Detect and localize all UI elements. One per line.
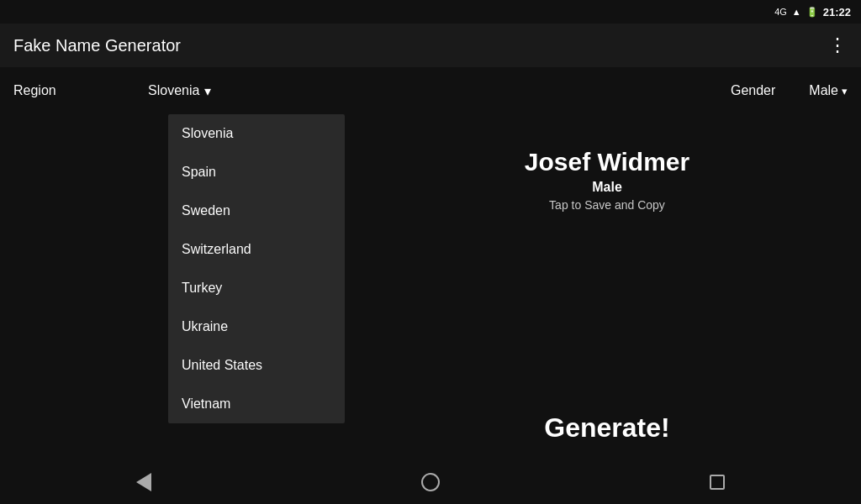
gender-selected-value: Male [809, 83, 838, 98]
recents-icon [710, 475, 725, 490]
dropdown-item-switzerland[interactable]: Switzerland [168, 230, 345, 269]
generate-button[interactable]: Generate! [544, 412, 669, 444]
time-display: 21:22 [823, 6, 851, 18]
dropdown-item-turkey[interactable]: Turkey [168, 269, 345, 307]
nav-home-button[interactable] [410, 462, 451, 502]
region-dropdown[interactable]: Slovenia ▾ [148, 83, 211, 99]
nav-bar [0, 460, 861, 504]
region-dropdown-list: Slovenia Spain Sweden Switzerland Turkey… [168, 114, 345, 423]
dropdown-item-spain[interactable]: Spain [168, 153, 345, 192]
app-bar: Fake Name Generator ⋮ [0, 24, 861, 67]
dropdown-item-slovenia[interactable]: Slovenia [168, 114, 345, 153]
dropdown-item-sweden[interactable]: Sweden [168, 192, 345, 230]
back-icon [136, 473, 151, 491]
region-label: Region [13, 83, 148, 98]
region-row: Region Slovenia ▾ Gender Male ▾ [0, 67, 861, 114]
generated-gender: Male [592, 180, 622, 195]
status-bar: 4G ▲ 🔋 21:22 [0, 0, 861, 24]
nav-recents-button[interactable] [697, 462, 737, 502]
region-selected-value: Slovenia [148, 83, 199, 98]
dropdown-item-ukraine[interactable]: Ukraine [168, 307, 345, 346]
dropdown-item-vietnam[interactable]: Vietnam [168, 385, 345, 423]
home-icon [421, 473, 440, 491]
generated-name: Josef Widmer [525, 148, 689, 176]
nav-back-button[interactable] [124, 462, 164, 502]
app-title: Fake Name Generator [13, 36, 181, 55]
content-area: Region Slovenia ▾ Gender Male ▾ Slovenia… [0, 67, 861, 460]
tap-to-save-label: Tap to Save and Copy [549, 198, 665, 212]
network-icon: 4G [774, 7, 787, 17]
gender-label: Gender [731, 83, 775, 98]
gender-dropdown-arrow-icon: ▾ [842, 85, 848, 97]
generated-profile-area[interactable]: Josef Widmer Male Tap to Save and Copy [353, 114, 861, 212]
gender-dropdown[interactable]: Male ▾ [809, 83, 848, 98]
signal-icon: ▲ [792, 7, 801, 17]
dropdown-item-united-states[interactable]: United States [168, 346, 345, 385]
region-dropdown-arrow-icon: ▾ [204, 83, 211, 99]
generate-section: Generate! [353, 412, 861, 460]
more-options-icon[interactable]: ⋮ [828, 34, 848, 56]
battery-icon: 🔋 [806, 7, 818, 18]
